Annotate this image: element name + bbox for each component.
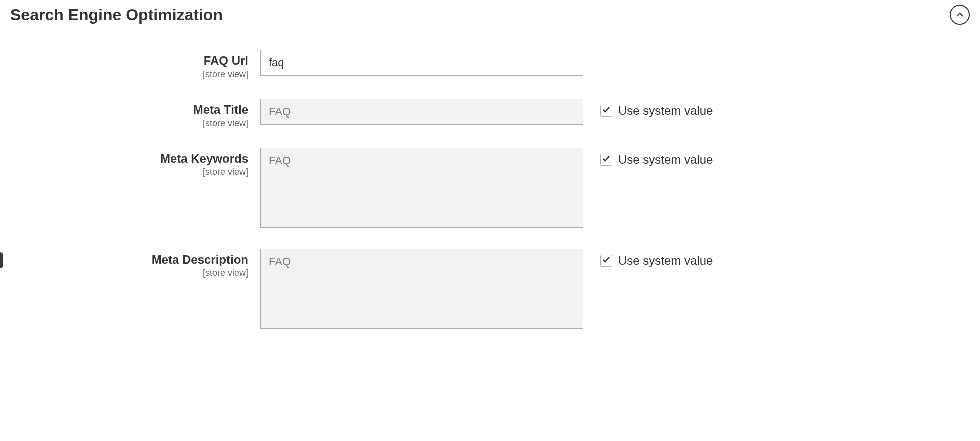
edge-pill bbox=[0, 252, 3, 268]
meta-title-label-col: Meta Title [store view] bbox=[10, 99, 260, 129]
faq-url-row: FAQ Url [store view] bbox=[10, 50, 970, 80]
meta-description-label: Meta Description bbox=[10, 253, 248, 268]
meta-title-system-checkbox[interactable] bbox=[600, 105, 612, 117]
meta-keywords-system-checkbox-wrap[interactable]: Use system value bbox=[600, 153, 713, 167]
meta-description-system-checkbox-wrap[interactable]: Use system value bbox=[600, 254, 713, 268]
seo-form: FAQ Url [store view] Meta Title [store v… bbox=[0, 40, 980, 370]
meta-keywords-input-col bbox=[260, 148, 583, 230]
check-icon bbox=[602, 106, 610, 116]
check-icon bbox=[602, 256, 610, 266]
meta-keywords-row: Meta Keywords [store view] Use system va… bbox=[10, 148, 970, 230]
meta-keywords-system-col: Use system value bbox=[583, 148, 713, 167]
check-icon bbox=[602, 156, 610, 164]
meta-title-system-label[interactable]: Use system value bbox=[618, 104, 713, 118]
faq-url-input[interactable] bbox=[260, 50, 583, 76]
chevron-up-icon bbox=[956, 12, 964, 19]
meta-title-input bbox=[260, 99, 583, 125]
meta-description-system-checkbox[interactable] bbox=[600, 255, 612, 267]
meta-keywords-system-label[interactable]: Use system value bbox=[618, 153, 713, 167]
meta-description-system-col: Use system value bbox=[583, 249, 713, 268]
faq-url-input-col bbox=[260, 50, 583, 76]
faq-url-system-col bbox=[583, 50, 600, 55]
meta-title-system-checkbox-wrap[interactable]: Use system value bbox=[600, 104, 713, 118]
meta-title-scope: [store view] bbox=[10, 118, 248, 129]
meta-description-row: Meta Description [store view] Use system… bbox=[10, 249, 970, 331]
meta-description-scope: [store view] bbox=[10, 268, 248, 278]
meta-title-system-col: Use system value bbox=[583, 99, 713, 118]
meta-description-input-col bbox=[260, 249, 583, 331]
meta-keywords-label: Meta Keywords bbox=[10, 152, 248, 166]
faq-url-scope: [store view] bbox=[10, 70, 248, 80]
meta-description-input bbox=[260, 249, 583, 329]
section-header: Search Engine Optimization bbox=[0, 0, 980, 40]
meta-keywords-label-col: Meta Keywords [store view] bbox=[10, 148, 260, 178]
meta-description-system-label[interactable]: Use system value bbox=[618, 254, 713, 268]
meta-description-label-col: Meta Description [store view] bbox=[10, 249, 260, 279]
meta-keywords-input bbox=[260, 148, 583, 228]
section-title: Search Engine Optimization bbox=[10, 6, 223, 24]
meta-title-label: Meta Title bbox=[10, 103, 248, 118]
meta-title-input-col bbox=[260, 99, 583, 125]
faq-url-label: FAQ Url bbox=[10, 54, 248, 68]
faq-url-label-col: FAQ Url [store view] bbox=[10, 50, 260, 80]
collapse-toggle-button[interactable] bbox=[950, 5, 970, 25]
meta-keywords-system-checkbox[interactable] bbox=[600, 154, 612, 166]
meta-keywords-scope: [store view] bbox=[10, 167, 248, 178]
meta-title-row: Meta Title [store view] Use system value bbox=[10, 99, 970, 129]
